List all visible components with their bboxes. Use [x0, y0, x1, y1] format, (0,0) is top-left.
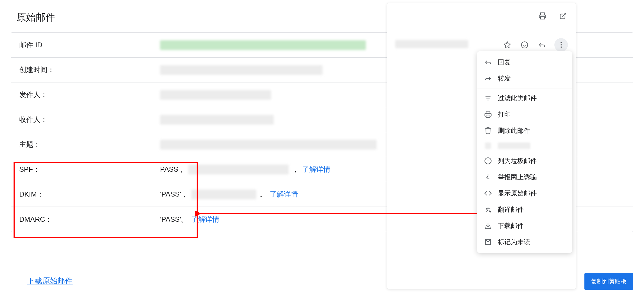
menu-label: 列为垃圾邮件 [498, 157, 537, 165]
open-external-icon[interactable] [558, 11, 568, 21]
translate-icon [484, 206, 492, 213]
menu-label: 下载邮件 [498, 221, 524, 230]
menu-label: 删除此邮件 [498, 126, 530, 135]
menu-item-phishing[interactable]: 举报网上诱骗 [477, 169, 572, 185]
star-icon[interactable] [502, 40, 512, 50]
svg-marker-0 [504, 42, 510, 48]
learn-more-link[interactable]: 了解详情 [302, 165, 330, 174]
menu-label: 举报网上诱骗 [498, 173, 537, 181]
row-label: DKIM： [19, 190, 160, 199]
menu-label: 打印 [498, 110, 511, 119]
filter-icon [484, 94, 492, 102]
svg-point-2 [561, 42, 562, 44]
dmarc-status: 'PASS'。 [160, 215, 188, 224]
spf-status: PASS， [160, 165, 185, 174]
emoji-icon[interactable] [520, 40, 529, 50]
menu-label: 过滤此类邮件 [498, 94, 537, 102]
svg-point-1 [521, 42, 528, 48]
message-actions-dropdown: 回复 转发 过滤此类邮件 打印 删除此邮件 列为垃圾邮件 举报网上诱骗 显示原始… [477, 51, 572, 253]
download-icon [484, 222, 492, 230]
reply-icon [484, 58, 492, 66]
menu-item-download[interactable]: 下载邮件 [477, 218, 572, 234]
learn-more-link[interactable]: 了解详情 [270, 190, 298, 199]
dkim-status: 'PASS'， [160, 190, 188, 199]
row-label: 收件人： [19, 115, 160, 124]
mark-unread-icon [484, 238, 492, 246]
menu-label: 回复 [498, 58, 511, 67]
row-label: 发件人： [19, 90, 160, 99]
menu-item-delete[interactable]: 删除此邮件 [477, 122, 572, 139]
menu-item-forward[interactable]: 转发 [477, 70, 572, 87]
menu-label: 显示原始邮件 [498, 189, 537, 198]
delete-icon [484, 127, 492, 134]
more-icon[interactable] [554, 38, 568, 52]
forward-icon [484, 75, 492, 82]
page-title: 原始邮件 [16, 11, 55, 24]
learn-more-link[interactable]: 了解详情 [191, 215, 219, 224]
copy-clipboard-button[interactable]: 复制到剪贴板 [584, 273, 633, 290]
menu-divider [477, 88, 572, 88]
print-icon [484, 111, 492, 118]
menu-item-print[interactable]: 打印 [477, 106, 572, 122]
row-label: DMARC： [19, 215, 160, 224]
row-label: SPF： [19, 165, 160, 174]
menu-label: 转发 [498, 74, 511, 83]
menu-item-mark-unread[interactable]: 标记为未读 [477, 234, 572, 250]
menu-item-blurred[interactable] [477, 139, 572, 153]
menu-item-filter[interactable]: 过滤此类邮件 [477, 90, 572, 106]
row-label: 邮件 ID [19, 40, 160, 50]
menu-label-blurred [498, 142, 530, 149]
svg-point-3 [561, 44, 562, 46]
download-original-link[interactable]: 下载原始邮件 [27, 276, 73, 286]
reply-icon[interactable] [537, 40, 547, 50]
menu-item-show-original[interactable]: 显示原始邮件 [477, 185, 572, 201]
row-label: 主题： [19, 140, 160, 149]
phishing-icon [484, 173, 492, 181]
blurred-icon [484, 142, 492, 149]
menu-item-reply[interactable]: 回复 [477, 54, 572, 70]
row-label: 创建时间： [19, 65, 160, 75]
svg-point-4 [561, 47, 562, 48]
menu-item-spam[interactable]: 列为垃圾邮件 [477, 153, 572, 169]
code-icon [484, 190, 492, 197]
spam-icon [484, 157, 492, 165]
menu-label: 标记为未读 [498, 238, 530, 246]
menu-item-translate[interactable]: 翻译邮件 [477, 201, 572, 218]
menu-label: 翻译邮件 [498, 205, 524, 214]
print-icon[interactable] [538, 11, 547, 21]
